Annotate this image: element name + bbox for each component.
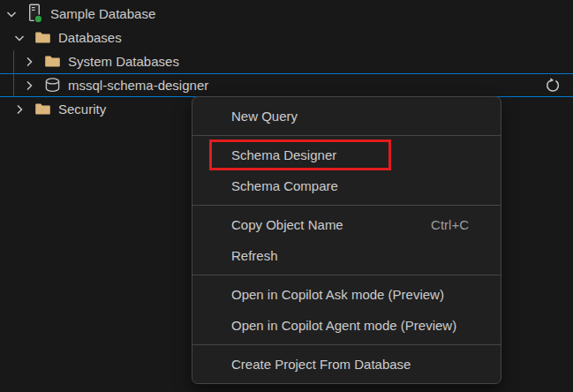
- menu-item-shortcut: Ctrl+C: [431, 217, 469, 232]
- refresh-button[interactable]: [544, 77, 562, 94]
- menu-item-copilot-ask-mode[interactable]: Open in Copilot Ask mode (Preview): [192, 279, 501, 310]
- menu-item-label: Open in Copilot Agent mode (Preview): [231, 318, 456, 333]
- menu-item-new-query[interactable]: New Query: [192, 101, 501, 132]
- tree-item-label: System Databases: [68, 54, 179, 69]
- tree-item-sample-database[interactable]: Sample Database: [0, 2, 573, 26]
- tree-item-databases[interactable]: Databases: [0, 26, 573, 49]
- menu-item-label: Schema Compare: [231, 178, 338, 193]
- tree-item-label: Databases: [58, 30, 122, 45]
- chevron-right-icon[interactable]: [19, 49, 39, 73]
- tree-item-label: mssql-schema-designer: [68, 78, 208, 93]
- folder-icon: [33, 97, 52, 121]
- menu-item-label: Create Project From Database: [231, 357, 411, 372]
- tree-item-label: Sample Database: [50, 6, 155, 21]
- menu-separator: [192, 135, 501, 136]
- indent-guide: [13, 50, 14, 96]
- menu-item-label: Refresh: [231, 248, 278, 263]
- menu-item-refresh[interactable]: Refresh: [192, 240, 501, 271]
- database-icon: [42, 73, 62, 97]
- chevron-right-icon[interactable]: [10, 97, 29, 121]
- chevron-right-icon[interactable]: [19, 73, 39, 97]
- tree-item-system-databases[interactable]: System Databases: [0, 49, 573, 73]
- menu-item-label: New Query: [231, 109, 298, 124]
- menu-item-copy-object-name[interactable]: Copy Object Name Ctrl+C: [192, 209, 501, 240]
- menu-item-label: Schema Designer: [231, 147, 336, 162]
- tree-item-label: Security: [58, 102, 106, 117]
- folder-icon: [33, 26, 52, 49]
- chevron-down-icon[interactable]: [10, 26, 29, 49]
- menu-item-create-project-from-database[interactable]: Create Project From Database: [192, 349, 501, 380]
- folder-icon: [42, 49, 62, 73]
- menu-item-schema-designer[interactable]: Schema Designer: [192, 139, 501, 170]
- tree-item-mssql-schema-designer[interactable]: mssql-schema-designer: [0, 73, 573, 97]
- menu-item-label: Copy Object Name: [231, 217, 343, 232]
- server-connected-icon: [25, 2, 44, 26]
- menu-separator: [192, 344, 501, 345]
- menu-item-copilot-agent-mode[interactable]: Open in Copilot Agent mode (Preview): [192, 310, 501, 341]
- chevron-down-icon[interactable]: [2, 2, 21, 26]
- menu-item-label: Open in Copilot Ask mode (Preview): [231, 287, 444, 302]
- context-menu: New Query Schema Designer Schema Compare…: [192, 96, 501, 384]
- menu-separator: [192, 275, 501, 275]
- menu-separator: [192, 205, 501, 206]
- menu-item-schema-compare[interactable]: Schema Compare: [192, 170, 501, 201]
